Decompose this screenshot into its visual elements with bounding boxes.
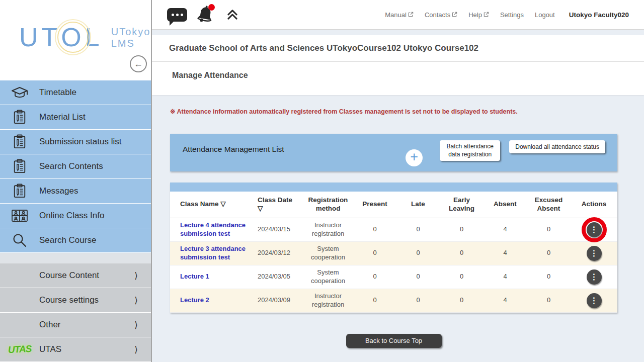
back-to-course-top-button[interactable]: Back to Course Top bbox=[346, 334, 442, 348]
class-date-cell: 2024/03/12 bbox=[257, 241, 303, 265]
logo-text-l: L bbox=[85, 23, 103, 52]
sidebar-item-course-settings[interactable]: Course settings⟩ bbox=[0, 288, 151, 312]
sidebar-item-other[interactable]: Other⟩ bbox=[0, 313, 151, 337]
sidebar-item-label: Timetable bbox=[39, 87, 76, 98]
absent-cell: 4 bbox=[484, 265, 527, 289]
table-top-strip bbox=[170, 183, 617, 192]
video-grid-icon bbox=[0, 209, 39, 222]
logo-text-ut: UT bbox=[19, 23, 61, 52]
attendance-notice: ※ Attendance information automatically r… bbox=[170, 108, 644, 115]
column-header-date[interactable]: Class Date▽ bbox=[257, 192, 303, 218]
kebab-menu-icon: ⋮ bbox=[590, 248, 598, 258]
notification-bell-icon[interactable] bbox=[195, 4, 217, 25]
sidebar-item-online-class-info[interactable]: Online Class Info bbox=[0, 204, 151, 228]
sidebar-item-label: Search Course bbox=[39, 235, 96, 245]
external-link-icon bbox=[452, 11, 457, 19]
excused-absent-cell: 0 bbox=[527, 218, 571, 241]
top-link-contacts[interactable]: Contacts bbox=[425, 11, 457, 19]
actions-cell: ⋮ bbox=[571, 289, 617, 312]
registration-method-cell: Instructor registration bbox=[303, 218, 353, 241]
early-leaving-cell: 0 bbox=[440, 218, 484, 241]
class-name-link[interactable]: Lecture 3 attendance submission test bbox=[180, 245, 257, 262]
column-header-name[interactable]: Class Name ▽ bbox=[170, 192, 257, 218]
top-link-settings[interactable]: Settings bbox=[500, 11, 524, 19]
absent-cell: 4 bbox=[484, 289, 527, 312]
present-cell: 0 bbox=[353, 265, 396, 289]
page-title: Manage Attendance bbox=[152, 62, 644, 95]
class-name-link[interactable]: Lecture 4 attendance submission test bbox=[180, 221, 257, 238]
excused-absent-cell: 0 bbox=[527, 289, 571, 312]
add-attendance-button[interactable]: + bbox=[406, 149, 423, 166]
sidebar-item-label: Search Contents bbox=[39, 161, 103, 171]
collapse-topbar-icon[interactable] bbox=[225, 8, 239, 22]
sidebar-item-label: UTAS bbox=[39, 344, 61, 354]
sidebar-menu: TimetableMaterial ListSubmission status … bbox=[0, 80, 151, 252]
sort-icon: ▽ bbox=[258, 205, 263, 212]
logo-sub-utokyo: UTokyo bbox=[111, 26, 151, 38]
chevron-right-icon: ⟩ bbox=[134, 344, 138, 355]
class-name-link[interactable]: Lecture 2 bbox=[180, 296, 209, 305]
sidebar: UTOL UTokyo LMS ← TimetableMaterial List… bbox=[0, 0, 152, 362]
logo-area: UTOL UTokyo LMS ← bbox=[0, 0, 151, 80]
early-leaving-cell: 0 bbox=[440, 265, 484, 289]
sidebar-item-course-content[interactable]: Course Content⟩ bbox=[0, 263, 151, 288]
column-header-present: Present bbox=[353, 192, 396, 218]
sidebar-item-search-contents[interactable]: Search Contents bbox=[0, 154, 151, 178]
excused-absent-cell: 0 bbox=[527, 265, 571, 289]
kebab-menu-icon: ⋮ bbox=[590, 272, 598, 282]
row-actions-button[interactable]: ⋮ bbox=[587, 293, 602, 308]
main-area: ManualContactsHelpSettingsLogoutUtokyo F… bbox=[152, 0, 644, 362]
chevron-right-icon: ⟩ bbox=[134, 320, 138, 330]
top-link-help[interactable]: Help bbox=[468, 11, 489, 19]
column-header-absent: Absent bbox=[484, 192, 527, 218]
utol-logo: UTOL UTokyo LMS bbox=[0, 0, 151, 50]
registration-method-cell: System cooperation bbox=[303, 265, 353, 289]
table-row: Lecture 12024/03/05System cooperation000… bbox=[170, 265, 617, 289]
logo-sub-lms: LMS bbox=[111, 38, 151, 49]
row-actions-button[interactable]: ⋮ bbox=[587, 222, 602, 237]
row-actions-button[interactable]: ⋮ bbox=[587, 269, 602, 285]
sidebar-item-label: Course settings bbox=[39, 295, 99, 305]
absent-cell: 4 bbox=[484, 218, 527, 241]
class-name-link[interactable]: Lecture 1 bbox=[180, 273, 209, 281]
sidebar-collapse-button[interactable]: ← bbox=[130, 55, 147, 72]
table-row: Lecture 22024/03/09Instructor registrati… bbox=[170, 289, 617, 312]
logo-o-glow: O bbox=[61, 24, 85, 50]
batch-attendance-registration-button[interactable]: Batch attendance data registration bbox=[440, 140, 500, 161]
download-all-attendance-button[interactable]: Download all attendance status bbox=[509, 140, 605, 153]
sidebar-item-material-list[interactable]: Material List bbox=[0, 105, 151, 129]
chat-icon[interactable] bbox=[167, 8, 187, 22]
class-date-cell: 2024/03/05 bbox=[257, 265, 303, 289]
attendance-panel-header: Attendance Management List + Batch atten… bbox=[170, 134, 617, 171]
present-cell: 0 bbox=[353, 218, 396, 241]
column-header-actions: Actions bbox=[571, 192, 617, 218]
row-actions-button[interactable]: ⋮ bbox=[587, 246, 602, 261]
title-card: Graduate School of Arts and Sciences UTo… bbox=[152, 35, 644, 95]
early-leaving-cell: 0 bbox=[440, 289, 484, 312]
early-leaving-cell: 0 bbox=[440, 241, 484, 265]
sidebar-item-submission-status-list[interactable]: Submission status list bbox=[0, 130, 151, 154]
sidebar-item-messages[interactable]: Messages bbox=[0, 179, 151, 203]
late-cell: 0 bbox=[396, 289, 440, 312]
clipboard-icon bbox=[0, 109, 39, 125]
kebab-menu-icon: ⋮ bbox=[590, 296, 598, 305]
chevron-right-icon: ⟩ bbox=[134, 295, 138, 306]
top-link-manual[interactable]: Manual bbox=[385, 11, 414, 19]
user-name: Utokyo Faculty020 bbox=[569, 11, 629, 19]
sidebar-item-label: Other bbox=[39, 320, 61, 330]
column-header-method: Registration method bbox=[303, 192, 353, 218]
present-cell: 0 bbox=[353, 241, 396, 265]
sort-icon: ▽ bbox=[220, 200, 225, 208]
late-cell: 0 bbox=[396, 218, 440, 241]
column-header-early: Early Leaving bbox=[440, 192, 484, 218]
panel-title: Attendance Management List bbox=[183, 145, 406, 154]
sidebar-item-utas[interactable]: UTASUTAS⟩ bbox=[0, 337, 151, 361]
sidebar-item-search-course[interactable]: Search Course bbox=[0, 228, 151, 252]
content: Graduate School of Arts and Sciences UTo… bbox=[152, 30, 644, 362]
sidebar-item-timetable[interactable]: Timetable bbox=[0, 80, 151, 105]
sidebar-item-label: Messages bbox=[39, 186, 78, 196]
table-row: Lecture 4 attendance submission test2024… bbox=[170, 218, 617, 241]
top-link-logout[interactable]: Logout bbox=[535, 11, 555, 19]
magnifier-icon bbox=[0, 232, 39, 248]
topbar-links: ManualContactsHelpSettingsLogoutUtokyo F… bbox=[385, 11, 629, 19]
